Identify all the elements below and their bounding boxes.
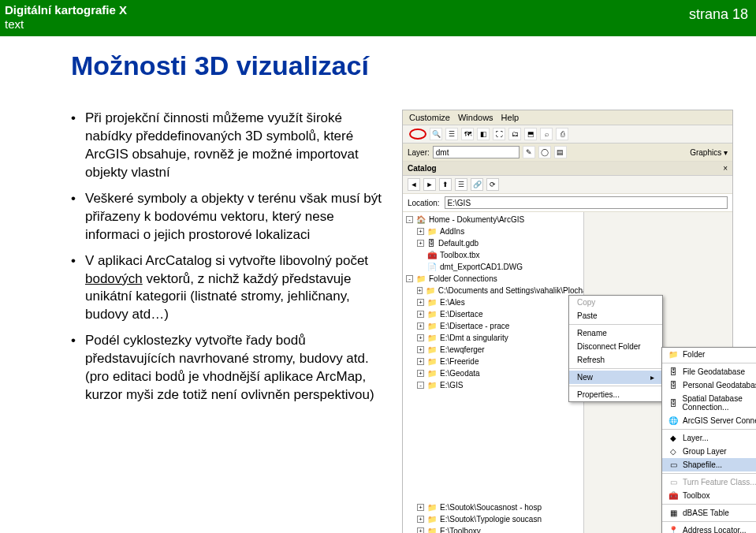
layer-tool-icon[interactable]: ✎	[523, 146, 535, 158]
top-toolbar: 🔍 ☰ 🗺 ◧ ⛶ 🗂 ⬒ ⌕ ⎙	[403, 125, 732, 144]
toolbar-icon[interactable]: ⬒	[524, 128, 537, 140]
submenu-item[interactable]: ◆Layer...	[662, 431, 756, 445]
submenu-item[interactable]: 🗄File Geodatabase	[662, 365, 756, 378]
page-number: strana 18	[689, 3, 748, 23]
location-label: Location:	[408, 199, 440, 207]
ctx-paste[interactable]: Paste	[569, 309, 662, 322]
course-title: Digitální kartografie X	[5, 3, 127, 17]
ctx-refresh[interactable]: Refresh	[569, 353, 662, 367]
new-submenu[interactable]: 📁Folder🗄File Geodatabase🗄Personal Geodat…	[661, 347, 756, 533]
tree-item[interactable]: +📁E:\Soutok\Soucasnost - hosp	[406, 501, 580, 513]
ctx-rename[interactable]: Rename	[569, 326, 662, 340]
toolbar-icon[interactable]: ◧	[477, 128, 490, 140]
catalog-tree[interactable]: -🏠Home - Dokumenty\ArcGIS+📁AddIns+🗄Defau…	[403, 212, 584, 533]
bullet-item: V aplikaci ArcCatalog si vytvořte libovo…	[71, 252, 386, 325]
tree-item[interactable]: +📁E:\Ales	[406, 296, 580, 308]
toolbar-icon[interactable]: 🗂	[508, 128, 521, 140]
tree-item[interactable]: +📁E:\ewqferger	[406, 344, 580, 356]
tree-item[interactable]: +📁AddIns	[406, 226, 580, 237]
course-subtitle: text	[5, 17, 127, 32]
ctx-sep	[569, 324, 662, 325]
tree-item[interactable]: +📁E:\Dmt a singularity	[406, 332, 580, 344]
tree-item[interactable]: +📁E:\Disertace - prace	[406, 320, 580, 332]
layer-tool-icon[interactable]: ▤	[554, 146, 567, 158]
layer-tool-icon[interactable]: ◯	[538, 146, 551, 158]
ctx-disconnect[interactable]: Disconnect Folder	[569, 340, 662, 353]
submenu-item[interactable]: 📁Folder	[662, 348, 756, 361]
tree-item[interactable]: -🏠Home - Dokumenty\ArcGIS	[406, 214, 580, 226]
submenu-item[interactable]: ▭Shapefile...	[662, 458, 756, 472]
close-icon[interactable]: ×	[723, 164, 728, 173]
tree-item[interactable]: 🧰Toolbox.tbx	[406, 249, 580, 261]
tree-item[interactable]: +📁E:\Toolboxy	[406, 525, 580, 533]
layer-label: Layer:	[408, 148, 430, 157]
menubar: Customize Windows Help	[403, 110, 732, 125]
tree-item[interactable]: +🗄Default.gdb	[406, 237, 580, 249]
tree-item[interactable]: -📁E:\GIS	[406, 379, 580, 391]
bullet-list: Při projekční činnosti můžeme využít šir…	[71, 110, 386, 533]
tree-item[interactable]: 📄dmt_ExportCAD1.DWG	[406, 261, 580, 273]
ctx-sep	[569, 386, 662, 386]
submenu-item[interactable]: 🗄Spatial Database Connection...	[662, 392, 756, 414]
toolbar-icon[interactable]: ⛶	[493, 128, 505, 140]
arcgis-screenshot: Customize Windows Help 🔍 ☰ 🗺 ◧ ⛶ 🗂 ⬒ ⌕ ⎙…	[402, 110, 733, 533]
tree-item[interactable]: +📁E:\Geodata	[406, 367, 580, 379]
location-row: Location:	[403, 194, 732, 212]
up-folder-icon[interactable]: ⬆	[439, 178, 452, 191]
submenu-item: ▭Turn Feature Class...	[662, 475, 756, 489]
submenu-item[interactable]: 🌐ArcGIS Server Connection...	[662, 414, 756, 427]
slide-header: Digitální kartografie X text strana 18	[0, 0, 756, 36]
submenu-item[interactable]: 🗄Personal Geodatabase	[662, 378, 756, 392]
bullet-item: Při projekční činnosti můžeme využít šir…	[71, 110, 386, 182]
tree-item[interactable]: +📁E:\Freeride	[406, 356, 580, 367]
tree-item[interactable]: +📁E:\Disertace	[406, 308, 580, 320]
tree-item[interactable]: -📁Folder Connections	[406, 273, 580, 285]
catalog-title-bar: Catalog ×	[403, 162, 732, 176]
layer-row: Layer: ✎ ◯ ▤ Graphics ▾	[403, 144, 732, 162]
toolbar-icon[interactable]: 🔍	[430, 128, 442, 140]
slide-title: Možnosti 3D vizualizací	[71, 50, 756, 81]
connect-icon[interactable]: 🔗	[471, 178, 483, 191]
bullet-item: Veškeré symboly a objekty v terénu však …	[71, 190, 386, 244]
catalog-toolbar: ◄ ► ⬆ ☰ 🔗 ⟳	[403, 176, 732, 194]
layer-select[interactable]	[433, 146, 520, 158]
ctx-sep	[569, 368, 662, 369]
menu-windows[interactable]: Windows	[458, 113, 493, 122]
toolbar-icon[interactable]: ⎙	[556, 128, 568, 140]
toolbar-icon[interactable]: 🗺	[461, 128, 474, 140]
nav-fwd-icon[interactable]: ►	[423, 178, 436, 191]
location-input[interactable]	[445, 196, 728, 209]
menu-customize[interactable]: Customize	[409, 113, 450, 122]
toggle-icon[interactable]: ☰	[455, 178, 467, 191]
context-menu[interactable]: Copy Paste Rename Disconnect Folder Refr…	[568, 295, 663, 402]
catalog-window-highlight	[409, 129, 426, 140]
submenu-item[interactable]: 🧰Toolbox	[662, 489, 756, 502]
menu-help[interactable]: Help	[501, 113, 520, 122]
refresh-icon[interactable]: ⟳	[486, 178, 499, 191]
toolbar-icon[interactable]: ⌕	[540, 128, 553, 140]
bullet-item: Podél cyklostezky vytvořte řady bodů pře…	[71, 332, 386, 404]
nav-back-icon[interactable]: ◄	[408, 178, 420, 191]
tree-item[interactable]: +📁C:\Documents and Settings\vahalik\Ploc…	[406, 285, 580, 296]
submenu-item[interactable]: 📍Address Locator...	[662, 524, 756, 533]
tree-item[interactable]: +📁E:\Soutok\Typologie soucasn	[406, 513, 580, 525]
graphics-label[interactable]: Graphics ▾	[690, 148, 728, 157]
ctx-properties[interactable]: Properties...	[569, 388, 662, 401]
header-left: Digitální kartografie X text	[5, 3, 127, 32]
catalog-title: Catalog	[408, 164, 437, 173]
submenu-item[interactable]: ◇Group Layer	[662, 445, 756, 458]
toolbar-icon[interactable]: ☰	[445, 128, 458, 140]
ctx-new[interactable]: New▸	[569, 371, 662, 384]
submenu-item[interactable]: ▦dBASE Table	[662, 506, 756, 520]
ctx-copy: Copy	[569, 296, 662, 309]
